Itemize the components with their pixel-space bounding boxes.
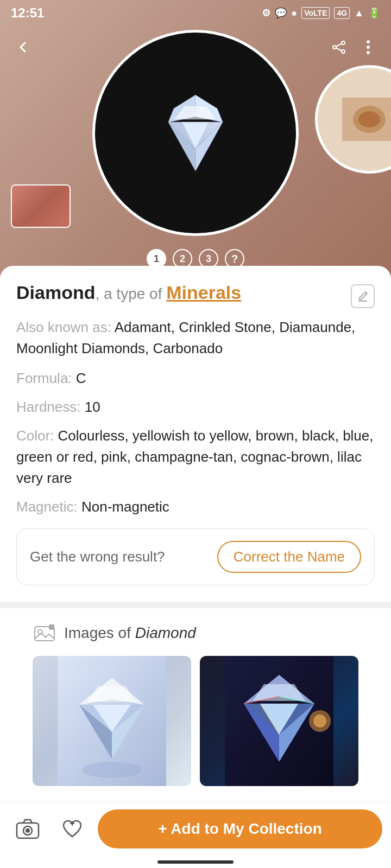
mineral-type-label: , a type of	[95, 285, 166, 302]
svg-point-2	[342, 50, 345, 53]
magnetic-row: Magnetic: Non-magnetic	[16, 496, 375, 518]
side-image-circle	[315, 65, 391, 174]
color-row: Color: Colourless, yellowish to yellow, …	[16, 425, 375, 489]
formula-row: Formula: C	[16, 368, 375, 389]
messenger-icon: 💬	[275, 7, 287, 19]
edit-button[interactable]	[351, 284, 375, 308]
also-known-label: Also known as:	[16, 319, 115, 335]
notification-dot: ●	[291, 8, 297, 19]
status-icons: ⚙ 💬 ● VoLTE 4G ▲ 🔋	[262, 7, 380, 19]
svg-rect-22	[49, 624, 54, 630]
mineral-type-link[interactable]: Minerals	[166, 282, 241, 303]
formula-value: C	[76, 370, 86, 386]
svg-point-45	[26, 828, 30, 833]
image-grid	[33, 656, 358, 786]
back-button[interactable]	[11, 35, 35, 59]
mineral-title-row: Diamond, a type of Minerals	[16, 282, 375, 308]
images-section-title: Images of Diamond	[64, 624, 196, 642]
svg-point-0	[342, 41, 345, 44]
svg-point-42	[313, 714, 326, 727]
mineral-title: Diamond, a type of Minerals	[16, 282, 241, 303]
volte-icon: VoLTE	[301, 7, 330, 19]
top-right-actions	[327, 35, 380, 59]
svg-point-18	[358, 111, 380, 127]
4g-icon: 4G	[334, 7, 350, 19]
bottom-bar: + Add to My Collection	[0, 802, 391, 868]
section-divider	[0, 602, 391, 608]
share-button[interactable]	[327, 35, 351, 59]
side-image	[342, 98, 391, 141]
signal-icon: ▲	[354, 8, 364, 19]
formula-label: Formula:	[16, 370, 76, 386]
images-header: Images of Diamond	[33, 621, 358, 645]
svg-point-7	[367, 51, 370, 54]
images-icon	[33, 621, 56, 645]
diamond-image-2[interactable]	[200, 656, 358, 786]
correct-name-button[interactable]: Correct the Name	[217, 541, 361, 573]
svg-point-6	[367, 46, 370, 49]
camera-button[interactable]	[9, 810, 47, 848]
svg-line-4	[336, 48, 342, 51]
battery-icon: 🔋	[368, 7, 380, 19]
color-value: Colourless, yellowish to yellow, brown, …	[16, 427, 374, 486]
home-indicator	[157, 860, 234, 864]
also-known-row: Also known as: Adamant, Crinkled Stone, …	[16, 317, 375, 359]
add-to-collection-button[interactable]: + Add to My Collection	[98, 809, 382, 848]
wishlist-button[interactable]	[53, 810, 91, 848]
svg-point-1	[333, 46, 336, 49]
info-panel: Diamond, a type of Minerals Also known a…	[0, 266, 391, 868]
wrong-result-text: Get the wrong result?	[30, 548, 165, 565]
diamond-image	[141, 79, 250, 187]
svg-point-30	[82, 762, 142, 778]
mineral-name: Diamond	[16, 282, 95, 303]
thumbnail-image[interactable]	[11, 184, 71, 228]
svg-point-5	[367, 40, 370, 43]
magnetic-label: Magnetic:	[16, 499, 81, 515]
hardness-value: 10	[85, 399, 100, 415]
svg-line-3	[336, 44, 342, 47]
status-time: 12:51	[11, 5, 44, 21]
more-options-button[interactable]	[356, 35, 380, 59]
correct-name-box: Get the wrong result? Correct the Name	[16, 528, 375, 585]
top-action-bar	[0, 30, 391, 65]
settings-icon: ⚙	[262, 7, 270, 19]
images-section: Images of Diamond	[16, 608, 375, 799]
magnetic-value: Non-magnetic	[81, 499, 169, 515]
thumbnail-content	[12, 186, 70, 227]
diamond-image-1[interactable]	[33, 656, 191, 786]
hardness-row: Hardness: 10	[16, 397, 375, 418]
hero-section: 1 2 3 ?	[0, 0, 391, 277]
color-label: Color:	[16, 427, 58, 444]
status-bar: 12:51 ⚙ 💬 ● VoLTE 4G ▲ 🔋	[0, 0, 391, 26]
hardness-label: Hardness:	[16, 399, 85, 415]
